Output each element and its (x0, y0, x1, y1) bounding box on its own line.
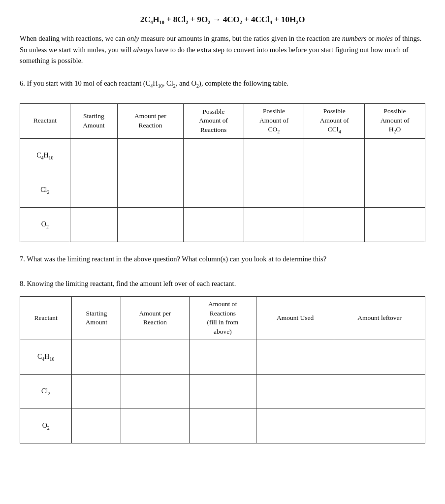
col-header-amount-per-reaction: Amount perReaction (118, 103, 184, 138)
table-row: O2 (20, 409, 425, 443)
amount-reactions2-cl2[interactable] (189, 375, 256, 409)
col-header-possible-reactions: PossibleAmount ofReactions (183, 103, 244, 138)
reactant-cl2: Cl2 (20, 173, 70, 208)
col2-header-amount-of-reactions: Amount ofReactions(fill in fromabove) (189, 296, 256, 340)
question-6: 6. If you start with 10 mol of each reac… (20, 78, 425, 90)
possible-co2-cl2[interactable] (244, 173, 304, 208)
question-7: 7. What was the limiting reactant in the… (20, 254, 425, 265)
table-row: Cl2 (20, 173, 425, 208)
possible-h2o-o2[interactable] (365, 208, 425, 242)
possible-ccl4-cl2[interactable] (304, 173, 365, 208)
amount-leftover2-c4h10[interactable] (334, 340, 425, 375)
reactant-c4h10: C4H10 (20, 139, 70, 173)
amount-per-reaction2-o2[interactable] (121, 409, 189, 443)
possible-ccl4-o2[interactable] (304, 208, 365, 242)
amount-used2-o2[interactable] (256, 409, 334, 443)
starting-amount-o2[interactable] (70, 208, 117, 242)
starting-amount-cl2[interactable] (70, 173, 117, 208)
intro-paragraph: When dealing with reactions, we can only… (20, 33, 425, 66)
possible-reactions-cl2[interactable] (183, 173, 244, 208)
starting-amount2-c4h10[interactable] (72, 340, 121, 375)
starting-amount2-o2[interactable] (72, 409, 121, 443)
amount-per-reaction-c4h10[interactable] (118, 139, 184, 173)
table-2: Reactant StartingAmount Amount perReacti… (20, 296, 425, 444)
col2-header-starting-amount: StartingAmount (72, 296, 121, 340)
possible-h2o-cl2[interactable] (365, 173, 425, 208)
col-header-possible-ccl4: PossibleAmount ofCCl4 (304, 103, 365, 138)
col-header-possible-h2o: PossibleAmount ofH2O (365, 103, 425, 138)
possible-co2-o2[interactable] (244, 208, 304, 242)
table-row: C4H10 (20, 139, 425, 173)
possible-co2-c4h10[interactable] (244, 139, 304, 173)
table-1: Reactant StartingAmount Amount perReacti… (20, 103, 425, 242)
possible-reactions-o2[interactable] (183, 208, 244, 242)
table-row: O2 (20, 208, 425, 242)
col-header-starting-amount: StartingAmount (70, 103, 117, 138)
col2-header-amount-per-reaction: Amount perReaction (121, 296, 189, 340)
possible-ccl4-c4h10[interactable] (304, 139, 365, 173)
col2-header-amount-used: Amount Used (256, 296, 334, 340)
amount-per-reaction-o2[interactable] (118, 208, 184, 242)
reactant2-c4h10: C4H10 (20, 340, 72, 375)
col-header-possible-co2: PossibleAmount ofCO2 (244, 103, 304, 138)
amount-per-reaction-cl2[interactable] (118, 173, 184, 208)
amount-leftover2-cl2[interactable] (334, 375, 425, 409)
reactant2-o2: O2 (20, 409, 72, 443)
possible-reactions-c4h10[interactable] (183, 139, 244, 173)
amount-reactions2-o2[interactable] (189, 409, 256, 443)
starting-amount-c4h10[interactable] (70, 139, 117, 173)
table-row: Cl2 (20, 375, 425, 409)
equation: 2C4H10 + 8Cl2 + 9O2 → 4CO2 + 4CCl4 + 10H… (20, 15, 425, 25)
col-header-reactant: Reactant (20, 103, 70, 138)
amount-leftover2-o2[interactable] (334, 409, 425, 443)
possible-h2o-c4h10[interactable] (365, 139, 425, 173)
amount-per-reaction2-c4h10[interactable] (121, 340, 189, 375)
col2-header-amount-leftover: Amount leftover (334, 296, 425, 340)
col2-header-reactant: Reactant (20, 296, 72, 340)
amount-used2-c4h10[interactable] (256, 340, 334, 375)
amount-reactions2-c4h10[interactable] (189, 340, 256, 375)
reactant2-cl2: Cl2 (20, 375, 72, 409)
amount-per-reaction2-cl2[interactable] (121, 375, 189, 409)
reactant-o2: O2 (20, 208, 70, 242)
amount-used2-cl2[interactable] (256, 375, 334, 409)
question-8: 8. Knowing the limiting reactant, find t… (20, 279, 425, 289)
starting-amount2-cl2[interactable] (72, 375, 121, 409)
table-row: C4H10 (20, 340, 425, 375)
